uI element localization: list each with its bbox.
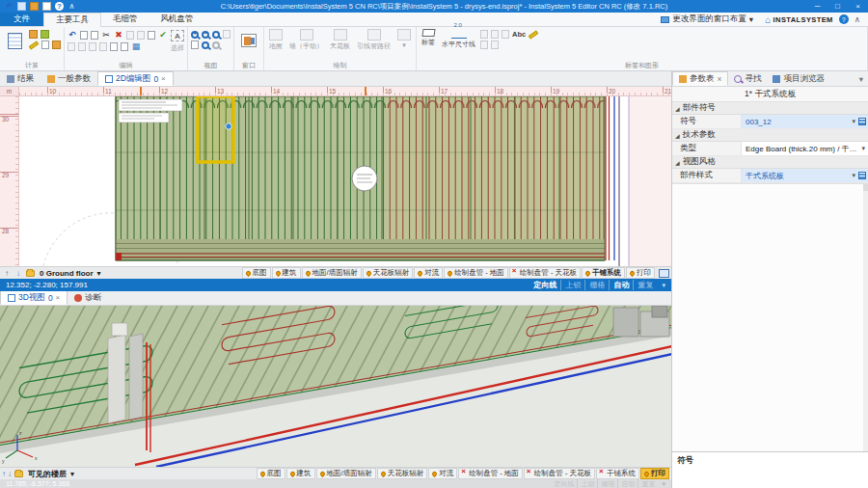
collapse-ribbon-button[interactable]: ∧ [849, 13, 868, 26]
move-down-icon[interactable] [99, 42, 107, 51]
mode-toggle[interactable]: 定向线 [551, 479, 577, 488]
calc-run-icon[interactable] [41, 30, 49, 39]
chevron-down-icon[interactable]: ▾ [851, 118, 856, 125]
tab-main-tools[interactable]: 主要工具 [43, 13, 101, 27]
graphic-rect-icon[interactable] [480, 30, 488, 39]
refresh-icon[interactable]: ↶ [5, 2, 14, 11]
calc-table-button[interactable] [3, 28, 26, 53]
chevron-down-icon[interactable]: ▾ [859, 74, 868, 86]
close-icon[interactable]: × [56, 293, 61, 302]
tab-results[interactable]: 结果 [0, 71, 41, 86]
layer-tab[interactable]: 干铺系统 [582, 267, 625, 279]
results-icon[interactable] [52, 41, 61, 49]
floor-up-button[interactable]: ↑ [2, 269, 12, 278]
expander-icon[interactable]: ◢ [675, 159, 680, 166]
scale-icon[interactable] [110, 42, 118, 51]
pin-icon[interactable] [380, 470, 387, 476]
tab-project-browser[interactable]: 项目浏览器 [767, 71, 830, 86]
zoom-extent-icon[interactable] [223, 30, 231, 39]
tab-diagnostics[interactable]: 诊断 [68, 290, 108, 305]
mode-toggle[interactable]: 栅格 [597, 479, 617, 488]
check-icon[interactable]: ✔ [158, 30, 168, 40]
draw-wall-manual-button[interactable]: 墙（手动） [287, 28, 325, 61]
data-source-icon[interactable] [858, 172, 866, 179]
graphic-poly-icon[interactable] [502, 30, 509, 39]
close-icon[interactable]: × [161, 74, 166, 83]
pin-icon[interactable] [513, 271, 518, 276]
expander-icon[interactable]: ◢ [675, 105, 680, 112]
pin-icon[interactable] [600, 472, 605, 476]
section-component-symbol[interactable]: ◢ 部件符号 [672, 102, 868, 115]
help-button[interactable]: ? [839, 14, 849, 24]
mode-toggle[interactable]: 重复 [637, 479, 658, 488]
undo-icon[interactable]: ↶ [68, 30, 77, 40]
zoom-window-icon[interactable] [212, 31, 220, 39]
draw-more-button[interactable]: ▾ [395, 28, 413, 61]
file-menu-button[interactable]: 文件 [0, 13, 43, 26]
layer-tab[interactable]: 绘制盘管 - 天花板 [509, 267, 581, 279]
layer-tab[interactable]: 底图 [242, 267, 271, 279]
qat-dropdown-icon[interactable]: ∧ [68, 2, 76, 11]
pin-icon[interactable] [275, 269, 282, 276]
mode-toggle[interactable]: 自动 [609, 280, 633, 290]
pin-icon[interactable] [366, 269, 372, 276]
floor-up-button[interactable]: ↑ [2, 470, 6, 478]
close-icon[interactable]: × [718, 74, 722, 84]
pin-icon[interactable] [629, 269, 636, 276]
zoom-in-icon[interactable]: + [191, 31, 199, 39]
pin-icon[interactable] [319, 470, 326, 476]
pin-icon[interactable] [245, 269, 252, 276]
mode-toggle[interactable]: 上锁 [577, 479, 597, 488]
text-tool-icon[interactable]: Abc [512, 30, 526, 39]
distribute-icon[interactable] [78, 42, 86, 51]
tab-fan-coil[interactable]: 风机盘管 [149, 13, 205, 26]
chevron-down-icon[interactable]: ▾ [658, 480, 665, 488]
pan-icon[interactable] [191, 41, 199, 49]
help-icon[interactable]: ? [55, 2, 64, 11]
layer-tab[interactable]: 天花板辐射 [363, 267, 414, 279]
type-value-field[interactable]: Edge Board (thick.20 mm) / 干式系统 150mm ▾ [742, 142, 868, 155]
section-technical-params[interactable]: ◢ 技术参数 [672, 129, 868, 142]
chevron-down-icon[interactable]: ▾ [70, 470, 74, 478]
zoom-previous-icon[interactable] [202, 41, 209, 49]
symbol-value-field[interactable]: 003_12 ▾ [742, 115, 868, 128]
image-icon[interactable] [30, 2, 39, 11]
pin-icon[interactable] [305, 269, 312, 276]
align-icon[interactable] [68, 42, 75, 51]
freehand-icon[interactable] [529, 30, 538, 39]
layer-tab[interactable]: 干铺系统 [596, 468, 639, 479]
mode-toggle[interactable]: 重复 [633, 280, 657, 290]
zoom-all-icon[interactable] [212, 41, 220, 49]
layer-tab[interactable]: 绘制盘管 - 地面 [444, 267, 508, 279]
canvas-3d[interactable]: x y z [0, 306, 671, 467]
report-icon[interactable] [41, 41, 49, 49]
pin-icon[interactable] [528, 472, 532, 476]
layer-tab[interactable]: 天花板辐射 [377, 468, 428, 479]
window-layout-button[interactable] [237, 28, 260, 53]
layer-tab[interactable]: 建筑 [272, 267, 301, 279]
group-icon[interactable] [148, 31, 155, 40]
insert-icon[interactable]: ▦ [131, 41, 141, 51]
array-icon[interactable] [121, 42, 128, 51]
tab-capillary[interactable]: 毛细管 [101, 13, 149, 26]
floor-selector[interactable]: 0 Ground floor [38, 269, 95, 278]
close-button[interactable]: × [848, 2, 868, 11]
chevron-down-icon[interactable]: ▾ [657, 282, 665, 289]
screen-icon[interactable] [659, 269, 669, 278]
pin-icon[interactable] [584, 269, 591, 276]
edit-data-icon[interactable] [29, 41, 39, 49]
save-icon[interactable] [17, 2, 26, 11]
pin-icon[interactable] [431, 470, 438, 476]
mode-toggle[interactable]: 栅格 [584, 280, 609, 290]
layer-tab[interactable]: 绘制盘管 - 地面 [458, 468, 523, 479]
tab-find[interactable]: 寻找 [728, 71, 767, 86]
mode-toggle[interactable]: 自动 [617, 479, 637, 488]
mirror-icon[interactable] [137, 31, 145, 40]
paste-icon[interactable] [91, 31, 98, 40]
chevron-down-icon[interactable]: ▾ [851, 172, 856, 179]
horizontal-dimension-button[interactable]: 2.0 水平尺寸线 [440, 28, 477, 61]
pin-icon[interactable] [447, 269, 453, 276]
section-view-style[interactable]: ◢ 视图风格 [672, 156, 868, 169]
floor-down-button[interactable]: ↓ [14, 269, 23, 278]
graphic-line-icon[interactable] [491, 30, 499, 39]
